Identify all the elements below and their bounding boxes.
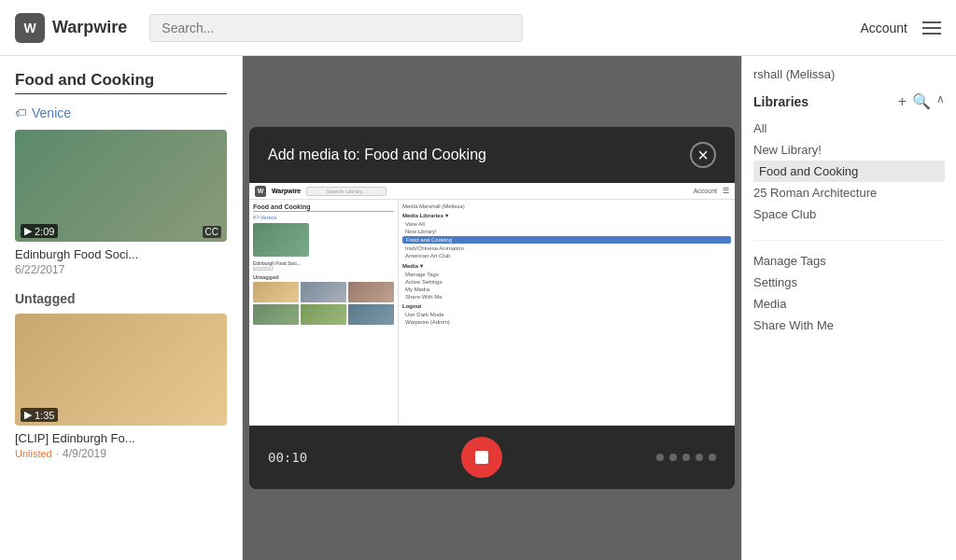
main-layout: Food and Cooking 🏷 Venice ▶ 2:09 CC Edin… — [0, 56, 956, 560]
rs-menu-share[interactable]: Share With Me — [753, 315, 945, 336]
right-sidebar: rshall (Melissa) Libraries + 🔍 ∧ All New… — [741, 56, 956, 560]
video-card-2: ▶ 1:35 [CLIP] Edinburgh Fo... Unlisted ·… — [15, 314, 227, 460]
rs-menu-settings[interactable]: Settings — [753, 272, 945, 293]
center-content: Add media to: Food and Cooking × W Warpw… — [243, 56, 741, 560]
account-button[interactable]: Account — [860, 21, 907, 35]
video-meta-2: Unlisted · 4/9/2019 — [15, 447, 135, 460]
modal-dot-3 — [682, 454, 690, 461]
rs-add-library-button[interactable]: + — [898, 92, 907, 110]
rs-menu-list: Manage Tags Settings Media Share With Me — [753, 250, 945, 336]
tag-icon: 🏷 — [15, 106, 26, 119]
app-header: W Warpwire Account — [0, 0, 956, 56]
rs-menu-media[interactable]: Media — [753, 293, 945, 315]
tag-label: Venice — [32, 105, 71, 120]
rs-library-space[interactable]: Space Club — [753, 203, 945, 225]
app-name: Warpwire — [52, 18, 127, 37]
modal-dot-2 — [669, 454, 677, 461]
cc-badge-1: CC — [203, 226, 221, 238]
untagged-section: Untagged — [15, 291, 227, 306]
rs-library-food[interactable]: Food and Cooking — [753, 161, 945, 182]
rs-library-list: All New Library! Food and Cooking 25 Rom… — [753, 118, 945, 225]
rs-search-library-button[interactable]: 🔍 — [912, 92, 931, 110]
search-input[interactable] — [149, 14, 523, 42]
video-title-2: [CLIP] Edinburgh Fo... — [15, 431, 135, 445]
video-date-1: 6/22/2017 — [15, 263, 138, 276]
modal-dot-1 — [656, 454, 664, 461]
video-status-2: Unlisted — [15, 448, 52, 459]
modal-dot-5 — [709, 454, 716, 461]
rs-libraries-title: Libraries — [753, 94, 808, 109]
header-right: Account — [860, 21, 941, 35]
modal-backdrop[interactable]: Add media to: Food and Cooking × W Warpw… — [243, 56, 741, 560]
video-thumbnail-1[interactable]: ▶ 2:09 CC — [15, 130, 227, 242]
modal-title: Add media to: Food and Cooking — [268, 147, 486, 163]
rs-section-header: Libraries + 🔍 ∧ — [753, 92, 945, 110]
rs-library-roman[interactable]: 25 Roman Architecture — [753, 182, 945, 203]
video-duration-2: ▶ 1:35 — [21, 408, 58, 422]
modal-dots — [656, 454, 716, 461]
left-sidebar: Food and Cooking 🏷 Venice ▶ 2:09 CC Edin… — [0, 56, 243, 560]
modal-stop-button[interactable] — [461, 437, 502, 478]
modal-dialog: Add media to: Food and Cooking × W Warpw… — [249, 127, 735, 489]
video-card-1: ▶ 2:09 CC Edinburgh Food Soci... 6/22/20… — [15, 130, 227, 276]
video-title-1: Edinburgh Food Soci... — [15, 247, 138, 261]
rs-library-all[interactable]: All — [753, 118, 945, 139]
stop-icon — [475, 451, 488, 464]
rs-user: rshall (Melissa) — [753, 67, 945, 81]
rs-menu-manage-tags[interactable]: Manage Tags — [753, 250, 945, 272]
modal-controls: 00:10 — [249, 426, 735, 489]
video-duration-1: ▶ 2:09 — [21, 224, 58, 238]
logo-icon: W — [15, 13, 45, 43]
tag-item-venice[interactable]: 🏷 Venice — [15, 105, 227, 120]
rs-caret-icon: ∧ — [936, 92, 945, 110]
hamburger-menu-button[interactable] — [922, 21, 941, 35]
modal-screenshot-area: W Warpwire Search Library... Account ☰ F… — [249, 183, 735, 426]
rs-divider — [753, 240, 945, 241]
modal-dot-4 — [696, 454, 703, 461]
modal-header: Add media to: Food and Cooking × — [249, 127, 735, 183]
modal-close-button[interactable]: × — [690, 142, 716, 168]
modal-time: 00:10 — [268, 450, 307, 465]
rs-library-new[interactable]: New Library! — [753, 139, 945, 161]
video-thumbnail-2[interactable]: ▶ 1:35 — [15, 314, 227, 426]
section-title: Food and Cooking — [15, 71, 227, 94]
logo-area: W Warpwire — [15, 13, 127, 43]
rs-library-actions: + 🔍 ∧ — [898, 92, 945, 110]
